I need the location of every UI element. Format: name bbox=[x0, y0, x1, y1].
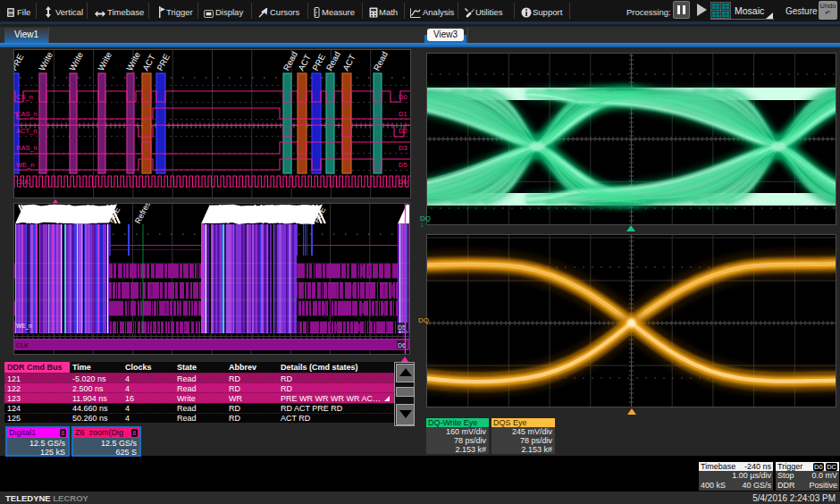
svg-text:Write: Write bbox=[124, 50, 142, 72]
svg-text:CAS_n: CAS_n bbox=[16, 110, 38, 118]
svg-text:RAS_n: RAS_n bbox=[16, 144, 38, 152]
svg-text:D3: D3 bbox=[399, 144, 407, 152]
svg-text:D6: D6 bbox=[398, 342, 406, 349]
svg-text:ACT: ACT bbox=[140, 53, 157, 72]
svg-text:Refresh: Refresh bbox=[133, 204, 155, 225]
svg-text:D0: D0 bbox=[399, 93, 407, 101]
svg-text:Read: Read bbox=[372, 50, 390, 72]
svg-text:PRE: PRE bbox=[14, 53, 25, 72]
svg-text:Write: Write bbox=[96, 50, 113, 72]
svg-text:PRE: PRE bbox=[155, 53, 172, 72]
svg-text:D5: D5 bbox=[399, 161, 407, 169]
svg-text:D6: D6 bbox=[399, 178, 407, 186]
svg-text:Write: Write bbox=[37, 50, 55, 72]
svg-text:ACT: ACT bbox=[340, 53, 357, 72]
svg-text:CLK: CLK bbox=[16, 178, 29, 186]
svg-text:CLK: CLK bbox=[16, 342, 29, 349]
svg-text:D5: D5 bbox=[398, 324, 406, 331]
svg-text:D1: D1 bbox=[399, 110, 407, 118]
svg-text:D2: D2 bbox=[399, 127, 407, 135]
svg-text:Read: Read bbox=[324, 50, 342, 72]
svg-text:ACT_n: ACT_n bbox=[16, 127, 37, 135]
svg-text:WE_n: WE_n bbox=[16, 323, 32, 330]
svg-text:WE_n: WE_n bbox=[16, 161, 34, 169]
svg-text:Write: Write bbox=[67, 50, 85, 72]
svg-text:CS_n: CS_n bbox=[16, 93, 33, 101]
svg-text:PRE: PRE bbox=[310, 53, 327, 72]
